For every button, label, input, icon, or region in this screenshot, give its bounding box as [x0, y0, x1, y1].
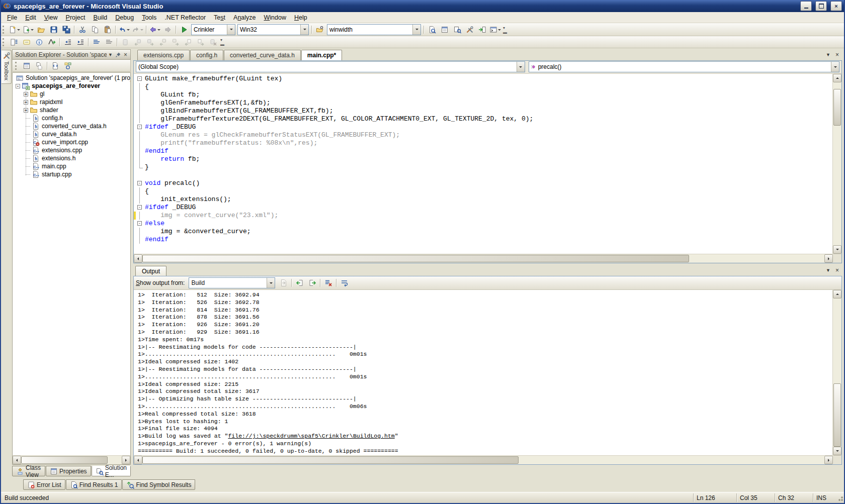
panel-tab-class-view[interactable]: Class View	[12, 466, 45, 476]
quick-info-button[interactable]	[33, 37, 45, 48]
start-debugging-button[interactable]	[178, 24, 190, 35]
tree-item-curve-import.cpp[interactable]: Ccurve_import.cpp	[13, 138, 130, 146]
close-output-button[interactable]: ×	[833, 267, 841, 274]
code-line[interactable]: -#ifdef _DEBUG	[134, 204, 832, 212]
navigate-forward-button[interactable]	[161, 24, 174, 35]
redo-button[interactable]	[131, 24, 144, 35]
scroll-up-button[interactable]	[833, 74, 841, 82]
code-line[interactable]: glBindFramebufferEXT(GL_FRAMEBUFFER_EXT,…	[134, 107, 832, 115]
document-tab-extensions.cpp[interactable]: extensions.cpp	[137, 50, 190, 60]
find-combo-arrow[interactable]	[412, 25, 420, 35]
document-tab-config.h[interactable]: config.h	[190, 50, 223, 60]
code-line[interactable]: }	[134, 163, 832, 171]
solution-explorer-header[interactable]: Solution Explorer - Solution 'spacepi...…	[12, 49, 131, 60]
scroll-down-button[interactable]	[833, 447, 841, 455]
menu-build[interactable]: Build	[90, 13, 112, 22]
menu-window[interactable]: Window	[260, 13, 290, 22]
configuration-combo[interactable]: Crinkler	[191, 24, 235, 35]
tree-expander[interactable]: +	[24, 108, 28, 113]
tree-item-converted-curve-data.h[interactable]: hconverted_curve_data.h	[13, 122, 130, 130]
scroll-thumb[interactable]	[833, 383, 841, 447]
copy-button[interactable]	[89, 24, 101, 35]
types-dropdown-arrow[interactable]	[517, 62, 525, 72]
scroll-up-button[interactable]	[833, 290, 841, 298]
solution-tree-hscrollbar[interactable]	[13, 455, 130, 464]
types-dropdown[interactable]: (Global Scope)	[136, 61, 525, 72]
object-browser-button[interactable]	[451, 24, 463, 35]
fold-margin[interactable]: -	[136, 204, 143, 212]
tree-item-extensions.cpp[interactable]: C++extensions.cpp	[13, 146, 130, 154]
menu-project[interactable]: Project	[62, 13, 90, 22]
code-line[interactable]: GLenum res = glCheckFramebufferStatusEXT…	[134, 131, 832, 139]
menu-tools[interactable]: Tools	[138, 13, 160, 22]
previous-bookmark-folder-button[interactable]	[156, 37, 169, 48]
tree-expander[interactable]: +	[24, 100, 28, 105]
configuration-combo-arrow[interactable]	[227, 25, 235, 35]
comment-selection-button[interactable]	[90, 37, 103, 48]
scroll-thumb[interactable]	[142, 255, 689, 262]
close-panel-button[interactable]: ×	[122, 51, 129, 58]
properties-button[interactable]	[20, 60, 33, 71]
scroll-thumb[interactable]	[21, 456, 108, 464]
scroll-thumb[interactable]	[833, 89, 841, 126]
previous-bookmark-button[interactable]	[131, 37, 144, 48]
scroll-right-button[interactable]	[824, 254, 833, 263]
tree-expander[interactable]: +	[24, 92, 28, 96]
scroll-right-button[interactable]	[122, 456, 130, 464]
menu-help[interactable]: Help	[290, 13, 311, 22]
command-window-button[interactable]	[488, 24, 502, 35]
platform-combo[interactable]: Win32	[237, 24, 309, 35]
menu-analyze[interactable]: Analyze	[229, 13, 260, 22]
clear-all-button[interactable]	[322, 277, 334, 288]
undo-button[interactable]	[117, 24, 131, 35]
tree-item-shader[interactable]: +shader	[13, 106, 130, 114]
decrease-indent-button[interactable]	[61, 37, 74, 48]
next-bookmark-document-button[interactable]	[194, 37, 207, 48]
previous-message-button[interactable]	[293, 277, 306, 288]
toolbar-options-icon[interactable]: ▾▬	[503, 26, 507, 36]
output-source-arrow[interactable]	[267, 278, 275, 288]
output-text-area[interactable]: 1> Iteration: 512 Size: 3692.941> Iterat…	[134, 290, 832, 455]
document-tab-main.cpp-[interactable]: main.cpp*	[301, 50, 342, 60]
code-line[interactable]: glFramebufferTexture2DEXT(GL_FRAMEBUFFER…	[134, 115, 832, 123]
resize-grip[interactable]	[836, 494, 844, 502]
code-text-area[interactable]: -GLuint make_framebuffer(GLuint tex){ GL…	[134, 74, 832, 254]
save-button[interactable]	[47, 24, 60, 35]
class-diagram-button[interactable]	[61, 60, 74, 71]
tree-item-config.h[interactable]: hconfig.h	[13, 114, 130, 122]
menu--net-reflector[interactable]: .NET Reflector	[160, 13, 210, 22]
code-line[interactable]: {	[134, 83, 832, 91]
goto-message-button[interactable]	[277, 277, 290, 288]
word-completion-button[interactable]	[45, 37, 58, 48]
open-file-button[interactable]	[35, 24, 47, 35]
close-button[interactable]: ×	[830, 1, 842, 11]
panel-tab-solution-e-[interactable]: Solution E...	[92, 466, 131, 476]
output-hscrollbar[interactable]	[134, 455, 841, 464]
word-wrap-button[interactable]	[338, 277, 351, 288]
active-files-dropdown-button[interactable]: ▼	[824, 51, 832, 58]
code-line[interactable]: -GLuint make_framebuffer(GLuint tex)	[134, 75, 832, 83]
scroll-thumb[interactable]	[142, 456, 519, 464]
bottom-tab-find-symbol-results[interactable]: Find Symbol Results	[122, 479, 195, 490]
menu-view[interactable]: View	[40, 13, 62, 22]
editor-vscrollbar[interactable]	[832, 74, 841, 254]
bottom-tab-find-results-1[interactable]: Find Results 1	[66, 479, 122, 490]
code-line[interactable]: init_extensions();	[134, 195, 832, 204]
code-line[interactable]: glGenFramebuffersEXT(1,&fb);	[134, 99, 832, 107]
toolbox-button[interactable]	[463, 24, 476, 35]
toolbox-tab[interactable]: Toolbox	[2, 50, 12, 84]
output-source-combo[interactable]: Build	[189, 277, 275, 288]
auto-hide-pin-button[interactable]	[114, 51, 122, 58]
paste-button[interactable]	[101, 24, 114, 35]
scroll-left-button[interactable]	[134, 456, 142, 464]
scroll-down-button[interactable]	[833, 245, 841, 254]
new-project-button[interactable]	[8, 24, 21, 35]
code-line[interactable]: img = &converted_curve;	[134, 228, 832, 236]
scroll-left-button[interactable]	[134, 254, 142, 263]
scroll-right-button[interactable]	[824, 456, 833, 464]
find-combo[interactable]: winwidth	[327, 24, 421, 35]
document-tab-converted-curve-data.h[interactable]: converted_curve_data.h	[224, 50, 301, 60]
close-document-button[interactable]: ×	[833, 51, 841, 58]
code-line[interactable]: GLuint fb;	[134, 91, 832, 99]
tree-item-startup.cpp[interactable]: C++startup.cpp	[13, 170, 130, 178]
